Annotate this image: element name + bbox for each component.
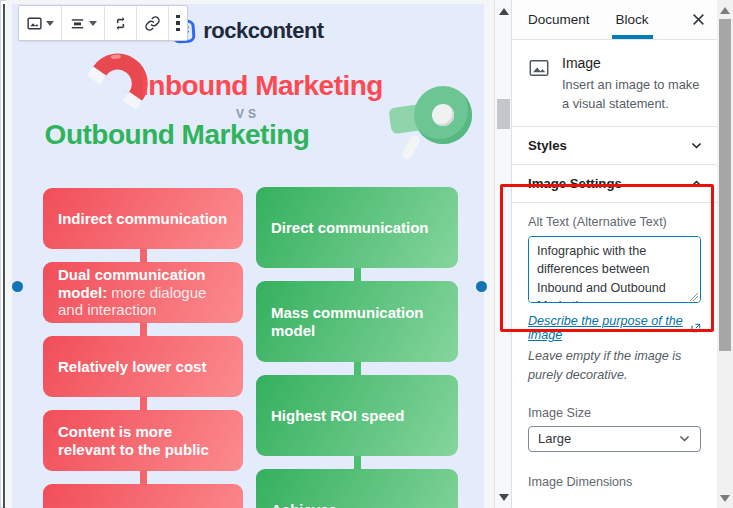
chevron-up-icon bbox=[690, 177, 703, 190]
close-sidebar-button[interactable] bbox=[679, 0, 717, 39]
list-item: Direct communication bbox=[256, 187, 458, 268]
link-icon bbox=[144, 15, 161, 32]
image-block-icon bbox=[26, 15, 43, 32]
image-block-icon bbox=[528, 57, 550, 113]
megaphone-icon bbox=[384, 82, 476, 168]
list-item: Mass communication model bbox=[256, 281, 458, 362]
styles-section-label: Styles bbox=[528, 138, 567, 153]
resize-handle-left[interactable] bbox=[12, 281, 23, 292]
block-card-description: Insert an image to make a visual stateme… bbox=[562, 76, 703, 113]
image-settings-section-label: Image Settings bbox=[528, 176, 622, 191]
connector bbox=[354, 362, 361, 375]
crop-button[interactable] bbox=[105, 6, 137, 40]
inbound-column: Indirect communication Dual communicatio… bbox=[43, 188, 243, 508]
connector bbox=[140, 471, 147, 484]
styles-section-toggle[interactable]: Styles bbox=[512, 127, 717, 165]
brand-name: rockcontent bbox=[203, 18, 323, 44]
alignment-icon bbox=[69, 15, 86, 32]
alt-text-help: Leave empty if the image is purely decor… bbox=[528, 347, 698, 385]
scroll-up-icon bbox=[720, 7, 730, 14]
more-options-icon bbox=[176, 15, 180, 32]
scroll-up-icon bbox=[499, 8, 509, 15]
scrollbar-thumb[interactable] bbox=[719, 19, 731, 351]
settings-sidebar: Document Block Image Insert an image to … bbox=[511, 0, 717, 508]
chevron-down-icon bbox=[89, 21, 97, 26]
list-item: Track results in real bbox=[43, 484, 243, 508]
chevron-down-icon bbox=[690, 139, 703, 152]
list-item: Dual communication model: more dialogue … bbox=[43, 262, 243, 323]
selected-image-block[interactable]: rockcontent Inbound Marketing VS Outboun… bbox=[12, 4, 484, 508]
alignment-button[interactable] bbox=[62, 6, 105, 40]
scroll-down-icon bbox=[499, 494, 509, 501]
connector bbox=[354, 456, 361, 469]
list-item: Content is more relevant to the public bbox=[43, 410, 243, 471]
resize-handle-right[interactable] bbox=[476, 281, 487, 292]
image-settings-body: Alt Text (Alternative Text) Infographic … bbox=[512, 203, 717, 508]
connector bbox=[140, 249, 147, 262]
list-item: Highest ROI speed bbox=[256, 375, 458, 456]
scroll-up-button[interactable] bbox=[495, 3, 512, 19]
wordpress-editor-window: rockcontent Inbound Marketing VS Outboun… bbox=[0, 0, 733, 508]
connector bbox=[354, 268, 361, 281]
chevron-down-icon bbox=[46, 21, 54, 26]
connector bbox=[140, 323, 147, 336]
crop-icon bbox=[112, 15, 129, 32]
image-dimensions-label: Image Dimensions bbox=[528, 475, 701, 489]
alt-text-input[interactable]: Infographic with the differences between… bbox=[528, 236, 701, 303]
canvas-scrollbar[interactable] bbox=[494, 0, 511, 508]
outbound-column: Direct communication Mass communication … bbox=[256, 187, 458, 508]
sidebar-scrollbar[interactable] bbox=[717, 0, 733, 508]
scroll-down-button[interactable] bbox=[717, 490, 733, 506]
sidebar-tabs: Document Block bbox=[512, 0, 717, 40]
scroll-up-button[interactable] bbox=[717, 2, 733, 18]
scrollbar-thumb[interactable] bbox=[497, 99, 510, 129]
alt-text-label: Alt Text (Alternative Text) bbox=[528, 215, 701, 229]
describe-purpose-link[interactable]: Describe the purpose of the image bbox=[528, 314, 687, 342]
scroll-down-button[interactable] bbox=[495, 489, 512, 505]
resize-grip-icon[interactable] bbox=[690, 293, 698, 301]
image-block-type-button[interactable] bbox=[19, 6, 62, 40]
editor-canvas: rockcontent Inbound Marketing VS Outboun… bbox=[6, 0, 494, 508]
window-edge-divider bbox=[3, 4, 5, 508]
image-size-value: Large bbox=[538, 431, 571, 446]
block-toolbar bbox=[18, 5, 188, 41]
image-size-label: Image Size bbox=[528, 406, 701, 420]
tab-block[interactable]: Block bbox=[606, 0, 659, 39]
block-card-title: Image bbox=[562, 55, 703, 71]
tab-document[interactable]: Document bbox=[518, 0, 600, 39]
list-item: Relatively lower cost bbox=[43, 336, 243, 397]
link-button[interactable] bbox=[137, 6, 169, 40]
connector bbox=[140, 397, 147, 410]
scroll-down-icon bbox=[720, 495, 730, 502]
close-icon bbox=[692, 13, 705, 26]
external-link-icon bbox=[691, 322, 701, 334]
chevron-down-icon bbox=[678, 432, 691, 445]
list-item: Achieves bbox=[256, 469, 458, 508]
image-size-select[interactable]: Large bbox=[528, 426, 701, 452]
more-options-button[interactable] bbox=[169, 6, 187, 40]
infographic-title-outbound: Outbound Marketing bbox=[12, 119, 342, 151]
block-card: Image Insert an image to make a visual s… bbox=[512, 40, 717, 127]
image-settings-section-toggle[interactable]: Image Settings bbox=[512, 165, 717, 203]
list-item: Indirect communication bbox=[43, 188, 243, 249]
